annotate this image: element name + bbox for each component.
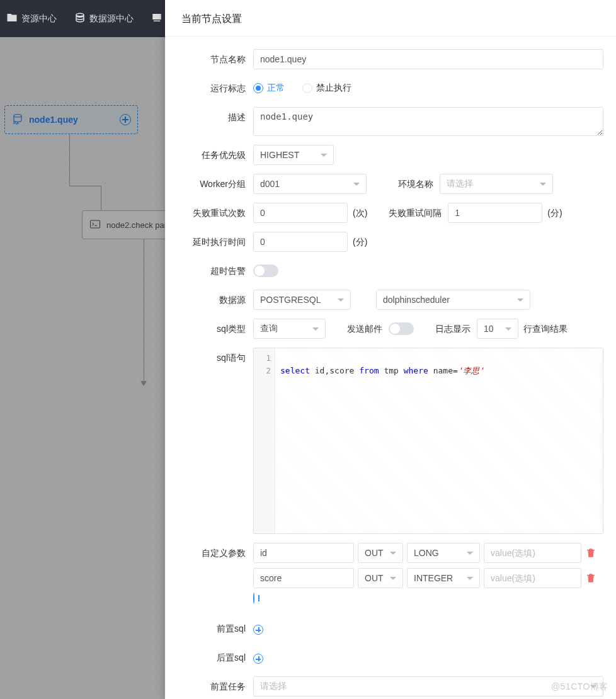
select-value: dolphinscheduler xyxy=(383,295,450,305)
delete-param-button[interactable] xyxy=(585,547,596,559)
datasource-name-select[interactable]: dolphinscheduler xyxy=(376,290,530,310)
param-type-select[interactable]: LONG xyxy=(407,543,480,563)
label-sql-stmt: sql语句 xyxy=(165,348,253,368)
radio-label: 禁止执行 xyxy=(316,82,351,94)
label-sql-type: sql类型 xyxy=(165,319,253,339)
add-param-button[interactable] xyxy=(253,593,254,604)
label-log-display: 日志显示 xyxy=(429,319,477,339)
node-name-input[interactable] xyxy=(253,49,603,69)
description-textarea[interactable]: node1.quey xyxy=(253,107,603,136)
watermark: @51CTO博客 xyxy=(551,681,608,693)
delete-param-button[interactable] xyxy=(585,572,596,584)
delay-exec-unit: (分) xyxy=(353,232,367,252)
select-value: 查询 xyxy=(260,323,278,334)
select-value: POSTGRESQL xyxy=(260,295,321,305)
radio-dot-icon xyxy=(302,83,312,93)
log-display-suffix: 行查询结果 xyxy=(523,319,568,339)
select-placeholder: 请选择 xyxy=(260,681,287,692)
custom-param-row: OUT LONG xyxy=(253,543,596,563)
nav-resource-center[interactable]: 资源中心 xyxy=(6,12,57,25)
select-value: LONG xyxy=(414,548,439,558)
param-type-select[interactable]: INTEGER xyxy=(407,568,480,588)
nav-monitor[interactable] xyxy=(151,12,163,25)
timeout-alarm-switch[interactable] xyxy=(253,264,278,277)
select-value: d001 xyxy=(260,179,280,189)
sql-code-editor[interactable]: 12 select id,score from tmp where name='… xyxy=(253,348,603,534)
label-node-name: 节点名称 xyxy=(165,49,253,69)
nav-datasource-center[interactable]: 数据源中心 xyxy=(74,12,134,25)
worker-group-select[interactable]: d001 xyxy=(253,174,367,194)
env-name-select[interactable]: 请选择 xyxy=(440,174,553,194)
retry-count-unit: (次) xyxy=(353,203,367,223)
delay-exec-input[interactable] xyxy=(253,232,348,252)
code-gutter: 12 xyxy=(254,348,275,533)
label-run-flag: 运行标志 xyxy=(165,78,253,98)
param-value-input[interactable] xyxy=(484,543,581,563)
param-direction-select[interactable]: OUT xyxy=(358,543,403,563)
label-pre-sql: 前置sql xyxy=(165,618,253,639)
radio-run-flag-forbidden[interactable]: 禁止执行 xyxy=(302,82,351,94)
monitor-icon xyxy=(151,12,163,25)
folder-icon xyxy=(6,12,18,25)
retry-interval-input[interactable] xyxy=(448,203,542,223)
add-pre-sql-button[interactable] xyxy=(253,625,263,635)
label-priority: 任务优先级 xyxy=(165,145,253,165)
drawer-title: 当前节点设置 xyxy=(165,0,616,37)
radio-label: 正常 xyxy=(267,82,285,94)
retry-count-input[interactable] xyxy=(253,203,348,223)
datasource-type-select[interactable]: POSTGRESQL xyxy=(253,290,351,310)
label-custom-params: 自定义参数 xyxy=(165,543,253,563)
priority-select[interactable]: HIGHEST xyxy=(253,145,334,165)
select-value: OUT xyxy=(365,573,384,583)
label-send-mail: 发送邮件 xyxy=(341,319,389,339)
param-name-input[interactable] xyxy=(253,543,354,563)
select-value: 10 xyxy=(484,324,494,334)
nav-label: 资源中心 xyxy=(21,13,57,25)
param-name-input[interactable] xyxy=(253,568,354,588)
add-post-sql-button[interactable] xyxy=(253,654,263,664)
custom-params-list: OUT LONG OUT INTEGER xyxy=(253,543,596,603)
radio-dot-icon xyxy=(253,83,263,93)
label-timeout-alarm: 超时告警 xyxy=(165,261,253,281)
sql-type-select[interactable]: 查询 xyxy=(253,319,326,339)
label-worker-group: Worker分组 xyxy=(165,174,253,194)
param-direction-select[interactable]: OUT xyxy=(358,568,403,588)
label-description: 描述 xyxy=(165,107,253,127)
retry-interval-unit: (分) xyxy=(547,203,562,223)
label-retry-count: 失败重试次数 xyxy=(165,203,253,223)
label-post-sql: 后置sql xyxy=(165,647,253,668)
custom-param-row: OUT INTEGER xyxy=(253,568,596,588)
send-mail-switch[interactable] xyxy=(389,322,414,335)
select-value: HIGHEST xyxy=(260,150,299,160)
drawer-body: 节点名称 运行标志 正常 禁止执行 描述 node1.quey xyxy=(165,37,616,699)
select-value: INTEGER xyxy=(414,573,453,583)
run-flag-radio-group: 正常 禁止执行 xyxy=(253,78,351,98)
select-value: OUT xyxy=(365,548,384,558)
label-delay-exec: 延时执行时间 xyxy=(165,232,253,252)
node-settings-drawer: 当前节点设置 节点名称 运行标志 正常 禁止执行 描述 nod xyxy=(165,0,616,699)
select-placeholder: 请选择 xyxy=(447,178,473,190)
label-env-name: 环境名称 xyxy=(392,174,440,194)
nav-label: 数据源中心 xyxy=(89,13,134,25)
radio-run-flag-normal[interactable]: 正常 xyxy=(253,82,285,94)
label-datasource: 数据源 xyxy=(165,290,253,310)
label-retry-interval: 失败重试间隔 xyxy=(382,203,448,223)
log-rows-select[interactable]: 10 xyxy=(477,319,518,339)
code-body[interactable]: select id,score from tmp where name='李思' xyxy=(275,348,603,533)
database-icon xyxy=(74,12,86,25)
param-value-input[interactable] xyxy=(484,568,581,588)
label-pre-tasks: 前置任务 xyxy=(165,676,253,696)
